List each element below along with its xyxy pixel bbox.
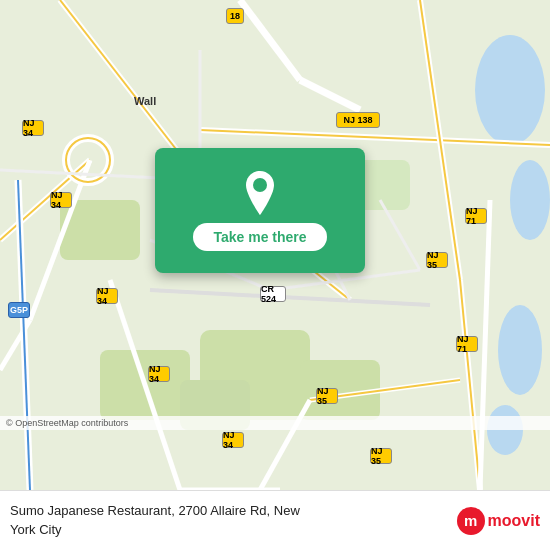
highway-badge-nj35-b2: NJ 35 bbox=[370, 448, 392, 464]
highway-badge-nj34-1: NJ 34 bbox=[22, 120, 44, 136]
svg-point-3 bbox=[498, 305, 542, 395]
map-container: NJ 34 NJ 34 NJ 34 NJ 34 NJ 34 18 NJ 138 … bbox=[0, 0, 550, 490]
highway-badge-nj71-b: NJ 71 bbox=[456, 336, 478, 352]
address-line: Sumo Japanese Restaurant, 2700 Allaire R… bbox=[10, 503, 300, 536]
location-pin-icon bbox=[242, 171, 278, 215]
highway-badge-nj35-r: NJ 35 bbox=[426, 252, 448, 268]
town-label-wall: Wall bbox=[134, 95, 156, 107]
highway-badge-18: 18 bbox=[226, 8, 244, 24]
svg-point-1 bbox=[475, 35, 545, 145]
highway-badge-nj138: NJ 138 bbox=[336, 112, 380, 128]
highway-badge-nj35-b: NJ 35 bbox=[316, 388, 338, 404]
bottom-bar: Sumo Japanese Restaurant, 2700 Allaire R… bbox=[0, 490, 550, 550]
attribution-bar: © OpenStreetMap contributors bbox=[0, 416, 550, 430]
highway-badge-nj34-5: NJ 34 bbox=[222, 432, 244, 448]
highway-badge-nj71-t: NJ 71 bbox=[465, 208, 487, 224]
highway-badge-gsp: G5P bbox=[8, 302, 30, 318]
svg-point-44 bbox=[253, 178, 267, 192]
take-me-there-button[interactable]: Take me there bbox=[193, 223, 326, 251]
take-me-card: Take me there bbox=[155, 148, 365, 273]
highway-badge-nj34-2: NJ 34 bbox=[50, 192, 72, 208]
moovit-m-icon: m bbox=[457, 507, 485, 535]
highway-badge-nj34-3: NJ 34 bbox=[96, 288, 118, 304]
attribution-text: © OpenStreetMap contributors bbox=[6, 418, 128, 428]
moovit-brand-text: moovit bbox=[488, 512, 540, 530]
highway-badge-nj34-4: NJ 34 bbox=[148, 366, 170, 382]
location-text: Sumo Japanese Restaurant, 2700 Allaire R… bbox=[10, 502, 457, 538]
svg-point-2 bbox=[510, 160, 550, 240]
moovit-logo: m moovit bbox=[457, 507, 540, 535]
highway-badge-cr524: CR 524 bbox=[260, 286, 286, 302]
svg-point-4 bbox=[487, 405, 523, 455]
